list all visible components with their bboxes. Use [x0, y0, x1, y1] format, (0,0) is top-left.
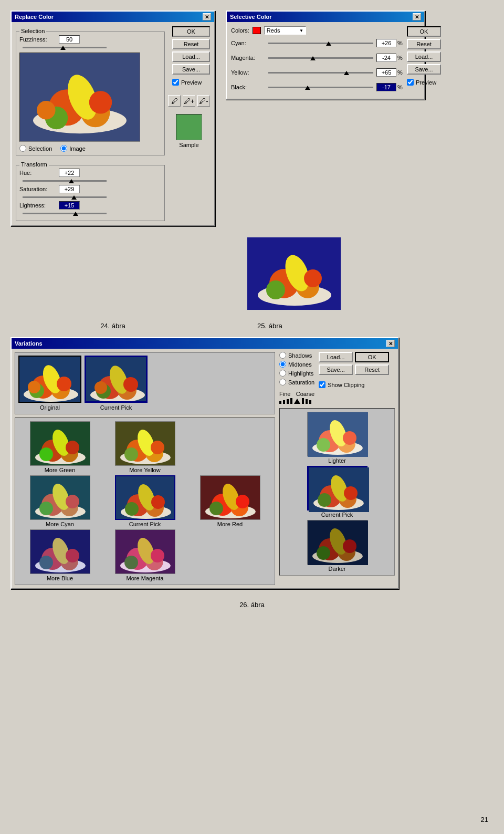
svg-point-91	[318, 493, 331, 507]
original-thumb-box: Original	[18, 356, 81, 411]
more-green-thumb	[30, 421, 90, 466]
more-cyan-label: More Cyan	[46, 521, 74, 527]
var-ok-button[interactable]: OK	[355, 352, 389, 362]
sc-reset-button[interactable]: Reset	[407, 39, 441, 49]
rc-reset-button[interactable]: Reset	[172, 39, 210, 49]
yellow-value[interactable]: +65	[376, 68, 396, 77]
current-pick-top-label: Current Pick	[100, 404, 132, 411]
svg-point-6	[89, 91, 112, 113]
svg-point-14	[304, 269, 322, 287]
image-radio[interactable]: Image	[60, 145, 86, 152]
eyedropper-add-button[interactable]: 🖊+	[183, 95, 195, 107]
empty-thumb	[200, 421, 260, 466]
black-value[interactable]: -17	[376, 83, 396, 91]
replace-color-titlebar[interactable]: Replace Color ✕	[12, 12, 214, 22]
fig25-label: 25. ábra	[247, 320, 293, 332]
eyedropper-subtract-button[interactable]: 🖊-	[197, 95, 210, 107]
var-reset-button[interactable]: Reset	[355, 364, 389, 375]
saturation-radio[interactable]: Saturation	[279, 379, 314, 385]
selective-color-titlebar[interactable]: Selective Color ✕	[227, 12, 424, 22]
var-load-button[interactable]: Load...	[319, 352, 353, 362]
magenta-value[interactable]: -24	[376, 54, 396, 62]
current-pick-center-cell: Current Pick	[103, 475, 186, 527]
svg-point-84	[317, 438, 330, 452]
more-magenta-label: More Magenta	[127, 575, 164, 581]
more-yellow-label: More Yellow	[129, 467, 160, 473]
svg-point-51	[66, 495, 79, 508]
highlights-radio[interactable]: Highlights	[279, 370, 314, 377]
rc-preview-checkbox[interactable]	[172, 79, 179, 86]
shadows-radio-label: Shadows	[288, 352, 312, 359]
colors-dropdown[interactable]: Reds ▼	[264, 26, 306, 35]
lightness-slider[interactable]	[23, 213, 107, 214]
original-thumb	[18, 356, 81, 403]
darker-thumb	[307, 520, 368, 565]
hue-slider[interactable]	[23, 180, 107, 182]
saturation-value[interactable]: +29	[59, 185, 80, 193]
fc-triangle-icon[interactable]	[294, 399, 300, 404]
replace-color-dialog: Replace Color ✕ Selection Fuzziness: 50	[10, 11, 215, 226]
magenta-slider[interactable]	[268, 57, 373, 59]
sample-swatch	[176, 114, 202, 140]
coarse-label: Coarse	[296, 391, 314, 397]
svg-point-77	[124, 556, 138, 569]
var-save-button[interactable]: Save...	[319, 364, 353, 375]
svg-point-30	[94, 381, 107, 394]
lightness-value[interactable]: +15	[59, 201, 80, 210]
colors-label: Colors:	[231, 27, 249, 34]
yellow-pct: %	[397, 69, 404, 76]
cyan-value[interactable]: +26	[376, 39, 396, 47]
image-radio-label: Image	[69, 145, 86, 152]
saturation-label: Saturation:	[19, 186, 59, 192]
hue-label: Hue:	[19, 170, 59, 176]
fuzziness-value[interactable]: 50	[59, 35, 80, 44]
rc-save-button[interactable]: Save...	[172, 64, 210, 75]
rc-load-button[interactable]: Load...	[172, 51, 210, 62]
more-magenta-cell: More Magenta	[103, 529, 186, 581]
more-blue-thumb	[30, 529, 90, 574]
fig26-label: 26. ábra	[229, 599, 275, 611]
show-clipping-checkbox[interactable]	[319, 381, 326, 388]
more-yellow-thumb	[115, 421, 175, 466]
midtones-radio[interactable]: Midtones	[279, 361, 314, 368]
more-red-label: More Red	[217, 521, 243, 527]
selective-color-title: Selective Color	[230, 14, 271, 20]
svg-point-49	[39, 502, 53, 515]
yellow-slider[interactable]	[268, 72, 373, 74]
sc-preview-checkbox[interactable]	[407, 79, 414, 86]
selection-legend: Selection	[19, 28, 46, 34]
more-blue-label: More Blue	[47, 575, 73, 581]
sc-ok-button[interactable]: OK	[407, 26, 441, 37]
current-pick-top-thumb	[85, 356, 148, 403]
fig24-label: 24. ábra	[10, 320, 215, 332]
svg-point-79	[151, 549, 164, 562]
empty-bottom-thumb	[200, 529, 260, 574]
sc-load-button[interactable]: Load...	[407, 51, 441, 62]
rc-ok-button[interactable]: OK	[172, 26, 210, 37]
variations-titlebar[interactable]: Variations ✕	[12, 338, 398, 349]
fuzziness-slider[interactable]	[23, 47, 107, 48]
more-magenta-thumb	[115, 529, 175, 574]
empty-bottom-right-cell	[188, 529, 271, 581]
sc-save-button[interactable]: Save...	[407, 64, 441, 75]
color-swatch-red	[253, 27, 261, 34]
svg-point-63	[209, 502, 223, 515]
svg-point-42	[124, 447, 138, 461]
lighter-thumb	[307, 412, 368, 456]
svg-point-12	[266, 280, 285, 299]
svg-point-72	[66, 549, 79, 562]
fc-tick4	[290, 398, 292, 404]
fc-tick6	[306, 399, 308, 404]
cyan-slider[interactable]	[268, 43, 373, 44]
svg-point-29	[123, 377, 138, 392]
selection-radio[interactable]: Selection	[19, 145, 52, 152]
black-slider[interactable]	[268, 87, 373, 88]
variations-close-button[interactable]: ✕	[386, 340, 395, 347]
shadows-radio[interactable]: Shadows	[279, 352, 314, 359]
eyedropper-button[interactable]: 🖊	[168, 95, 181, 107]
replace-color-close-button[interactable]: ✕	[203, 13, 211, 20]
hue-value[interactable]: +22	[59, 169, 80, 177]
saturation-slider[interactable]	[23, 196, 107, 198]
selective-color-close-button[interactable]: ✕	[413, 13, 421, 20]
original-label: Original	[40, 404, 60, 411]
